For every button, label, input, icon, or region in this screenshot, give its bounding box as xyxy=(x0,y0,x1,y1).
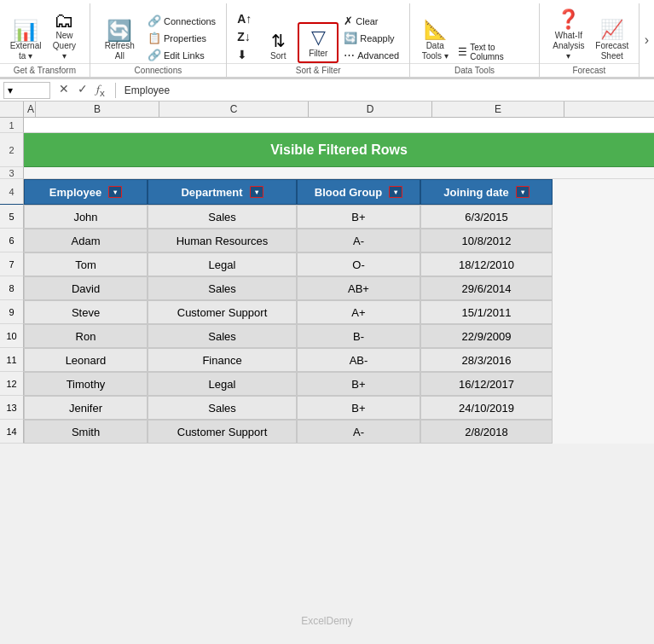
group-forecast: ❓ What-IfAnalysis ▾ 📈 ForecastSheet Fore… xyxy=(540,3,640,77)
filter-button[interactable]: ▽ Filter xyxy=(300,25,336,61)
cancel-formula-button[interactable]: ✕ xyxy=(57,81,71,99)
cell-blood-group-6[interactable]: AB- xyxy=(297,348,420,372)
cell-department-8[interactable]: Sales xyxy=(148,396,297,420)
row-num-1: 1 xyxy=(0,118,24,133)
table-row: 11 Leonard Finance AB- 28/3/2016 xyxy=(0,348,654,372)
table-data-rows: 5 John Sales B+ 6/3/2015 6 Adam Human Re… xyxy=(0,205,654,444)
clear-button[interactable]: ✗ Clear xyxy=(340,13,402,29)
cell-department-1[interactable]: Human Resources xyxy=(148,229,297,252)
cell-employee-7[interactable]: Timothy xyxy=(24,372,148,396)
filter-arrow-joining-date[interactable]: ▾ xyxy=(516,186,530,198)
sort-button[interactable]: ⇅ Sort xyxy=(260,29,296,63)
cell-employee-5[interactable]: Ron xyxy=(24,324,148,348)
data-tools-button[interactable]: 📐 DataTools ▾ xyxy=(417,17,453,63)
insert-function-button[interactable]: 𝑓x xyxy=(95,81,107,99)
cell-employee-6[interactable]: Leonard xyxy=(24,348,148,372)
edit-links-button[interactable]: 🔗 Edit Links xyxy=(144,47,219,63)
forecast-sheet-button[interactable]: 📈 ForecastSheet xyxy=(593,17,632,63)
cell-joining-date-4[interactable]: 15/1/2011 xyxy=(420,300,553,324)
filter-arrow-department[interactable]: ▾ xyxy=(250,186,263,198)
edit-links-label: Edit Links xyxy=(164,50,205,61)
cell-blood-group-1[interactable]: A- xyxy=(297,229,420,252)
sort-za-extra-icon: ⬇ xyxy=(237,48,247,61)
cell-joining-date-9[interactable]: 2/8/2018 xyxy=(420,420,553,444)
connections-button[interactable]: 🔗 Connections xyxy=(144,13,219,29)
col-b-header[interactable]: B xyxy=(36,102,159,117)
sort-label: Sort xyxy=(270,51,286,61)
group-forecast-label: Forecast xyxy=(540,63,639,77)
cell-joining-date-2[interactable]: 18/12/2010 xyxy=(420,252,553,276)
external-data-label: Externalta ▾ xyxy=(10,41,42,61)
filter-arrow-employee[interactable]: ▾ xyxy=(108,186,122,198)
col-a-header[interactable]: A xyxy=(24,102,36,117)
edit-links-icon: 🔗 xyxy=(148,49,161,61)
what-if-button[interactable]: ❓ What-IfAnalysis ▾ xyxy=(547,7,591,63)
advanced-button[interactable]: ⋯ Advanced xyxy=(340,47,402,63)
header-employee[interactable]: Employee ▾ xyxy=(24,179,148,205)
refresh-all-button[interactable]: 🔄 Refresh All xyxy=(97,19,142,63)
group-get-transform: 📊 Externalta ▾ 🗂 NewQuery ▾ Get & Transf… xyxy=(0,3,90,77)
cell-department-3[interactable]: Sales xyxy=(148,276,297,300)
row-num-9: 9 xyxy=(0,300,24,324)
reapply-button[interactable]: 🔄 Reapply xyxy=(340,30,402,46)
header-department[interactable]: Department ▾ xyxy=(148,179,297,205)
sort-az-button[interactable]: A↑ xyxy=(234,10,255,27)
cell-department-5[interactable]: Sales xyxy=(148,324,297,348)
col-c-header[interactable]: C xyxy=(159,102,309,117)
external-data-button[interactable]: 📊 Externalta ▾ xyxy=(7,19,44,63)
cell-department-6[interactable]: Finance xyxy=(148,348,297,372)
reapply-label: Reapply xyxy=(360,33,394,44)
cell-joining-date-8[interactable]: 24/10/2019 xyxy=(420,396,553,420)
header-blood-group[interactable]: Blood Group ▾ xyxy=(297,179,420,205)
cell-blood-group-2[interactable]: O- xyxy=(297,252,420,276)
cell-joining-date-1[interactable]: 10/8/2012 xyxy=(420,229,553,252)
cell-employee-1[interactable]: Adam xyxy=(24,229,148,252)
cell-blood-group-7[interactable]: B+ xyxy=(297,372,420,396)
cell-reference-box[interactable]: ▾ xyxy=(3,82,50,99)
cell-blood-group-4[interactable]: A+ xyxy=(297,300,420,324)
cell-employee-9[interactable]: Smith xyxy=(24,420,148,444)
cell-employee-2[interactable]: Tom xyxy=(24,252,148,276)
text-columns-button[interactable]: ☰ Text to Columns xyxy=(454,41,532,63)
properties-button[interactable]: 📋 Properties xyxy=(144,30,219,46)
cell-employee-8[interactable]: Jenifer xyxy=(24,396,148,420)
cell-blood-group-3[interactable]: AB+ xyxy=(297,276,420,300)
confirm-formula-button[interactable]: ✓ xyxy=(76,81,90,99)
col-d-header[interactable]: D xyxy=(309,102,432,117)
cell-department-4[interactable]: Customer Support xyxy=(148,300,297,324)
cell-blood-group-5[interactable]: B- xyxy=(297,324,420,348)
cell-ref-text: ▾ xyxy=(8,84,13,96)
header-joining-date[interactable]: Joining date ▾ xyxy=(420,179,553,205)
cell-employee-0[interactable]: John xyxy=(24,205,148,229)
cell-employee-4[interactable]: Steve xyxy=(24,300,148,324)
cell-joining-date-7[interactable]: 16/12/2017 xyxy=(420,372,553,396)
cell-employee-3[interactable]: David xyxy=(24,276,148,300)
row-num-6: 6 xyxy=(0,229,24,252)
table-row: 10 Ron Sales B- 22/9/2009 xyxy=(0,324,654,348)
data-tools-small-btns: ☰ Text to Columns xyxy=(454,41,532,63)
cell-blood-group-0[interactable]: B+ xyxy=(297,205,420,229)
data-tools-label: DataTools ▾ xyxy=(422,41,449,61)
header-department-text: Department xyxy=(181,186,242,199)
cell-department-0[interactable]: Sales xyxy=(148,205,297,229)
external-data-icon: 📊 xyxy=(13,20,38,41)
group-get-transform-label: Get & Transform xyxy=(0,63,90,77)
banner-row: 2 Visible Filtered Rows xyxy=(0,133,654,167)
col-e-header[interactable]: E xyxy=(432,102,564,117)
new-query-button[interactable]: 🗂 NewQuery ▾ xyxy=(46,9,83,63)
sort-za-button[interactable]: Z↓ xyxy=(234,28,255,45)
table-row: 8 David Sales AB+ 29/6/2014 xyxy=(0,276,654,300)
cell-blood-group-8[interactable]: B+ xyxy=(297,396,420,420)
sort-za-extra-button[interactable]: ⬇ xyxy=(234,46,255,63)
cell-department-9[interactable]: Customer Support xyxy=(148,420,297,444)
ribbon-overflow: › xyxy=(640,3,654,77)
cell-joining-date-6[interactable]: 28/3/2016 xyxy=(420,348,553,372)
filter-arrow-blood-group[interactable]: ▾ xyxy=(389,186,402,198)
cell-department-2[interactable]: Legal xyxy=(148,252,297,276)
cell-joining-date-5[interactable]: 22/9/2009 xyxy=(420,324,553,348)
cell-joining-date-0[interactable]: 6/3/2015 xyxy=(420,205,553,229)
cell-joining-date-3[interactable]: 29/6/2014 xyxy=(420,276,553,300)
table-row: 12 Timothy Legal B+ 16/12/2017 xyxy=(0,372,654,396)
cell-department-7[interactable]: Legal xyxy=(148,372,297,396)
cell-blood-group-9[interactable]: A- xyxy=(297,420,420,444)
